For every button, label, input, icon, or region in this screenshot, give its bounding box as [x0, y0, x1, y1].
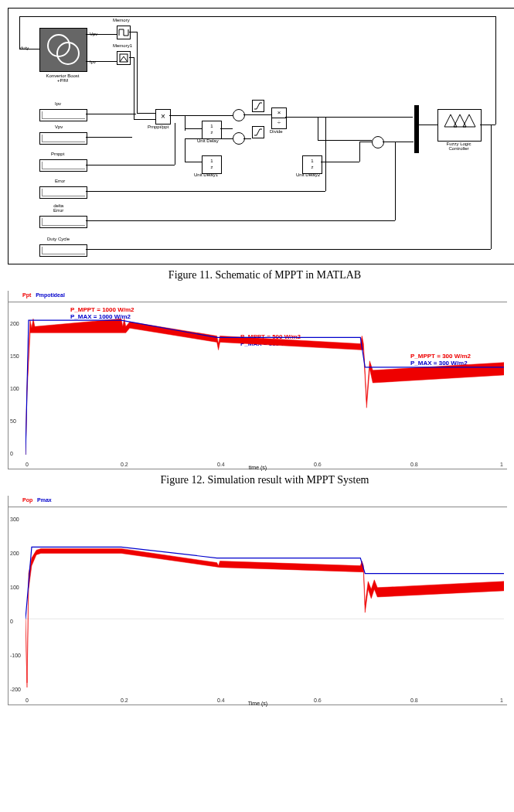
sum1 — [233, 109, 245, 121]
schematic-diagram: duty Vpv Ipv Konvertor Boost +P/M Memory… — [8, 8, 514, 264]
xaxis-title-2: Time (s) — [248, 701, 267, 706]
label-display-ipv: Ipv — [55, 101, 61, 106]
label-unit-delay2: Unit Delay2 — [296, 172, 320, 177]
legend-pmppt: Pmpotideal — [36, 292, 65, 298]
xtick: 0.4 — [217, 698, 225, 703]
ytick: 200 — [10, 321, 19, 326]
legend-pop: Pop — [22, 497, 32, 503]
xtick: 0.6 — [314, 698, 322, 703]
legend-chart1: Ppt Pmpotideal — [22, 292, 65, 298]
block-konvertor — [39, 28, 87, 72]
display-pmppt — [39, 159, 87, 172]
label-divide: Divide — [270, 129, 283, 134]
caption-fig12: Figure 12. Simulation result with MPPT S… — [8, 474, 514, 486]
ytick: 100 — [10, 585, 19, 590]
sat-icon — [253, 101, 264, 111]
caption-fig11: Figure 11. Schematic of MPPT in MATLAB — [8, 269, 514, 281]
label-unit-delay1: Unit Delay1 — [194, 172, 218, 177]
xtick: 0.2 — [121, 698, 128, 703]
chart2-svg — [26, 511, 504, 691]
xtick: 1 — [500, 698, 503, 703]
ytick: -200 — [10, 687, 21, 692]
block-memory — [117, 26, 131, 39]
legend-ppt: Ppt — [22, 292, 31, 298]
display-error — [39, 186, 87, 199]
memory1-icon — [117, 52, 130, 64]
chart-fig13: Pop Pmax -200 -100 0 100 200 300 0 0.2 0… — [8, 496, 507, 705]
label-konvertor: Konvertor Boost +P/M — [39, 73, 86, 83]
xtick: 0.8 — [410, 462, 418, 467]
label-display-delta: delta Error — [53, 203, 63, 213]
block-sat1 — [252, 100, 264, 112]
label-display-pmppt: Pmppt — [51, 152, 64, 156]
sum3 — [372, 136, 384, 148]
xtick: 0.4 — [217, 462, 225, 467]
block-unit-delay: 1 z — [202, 121, 222, 139]
display-ipv — [39, 109, 87, 121]
display-delta — [39, 216, 87, 228]
xtick: 0.8 — [410, 698, 418, 703]
display-vpv — [39, 132, 87, 145]
xtick: 1 — [500, 462, 503, 467]
fuzzy-icon — [438, 110, 481, 130]
label-memory: Memory — [113, 18, 130, 22]
xtick: 0 — [26, 462, 29, 467]
label-product: Pmppt/ppt — [148, 125, 168, 129]
legend-pmax: Pmax — [37, 497, 52, 503]
block-sat2 — [252, 126, 264, 138]
sat-icon-2 — [253, 127, 264, 138]
block-unit-delay2: 1 z — [302, 155, 322, 174]
label-duty: duty — [20, 46, 29, 50]
chart1-svg — [26, 306, 504, 455]
ytick: 50 — [10, 418, 16, 424]
chart-fig12: Ppt Pmpotideal 0 50 100 150 200 0 0.2 0.… — [8, 291, 507, 469]
svg-point-1 — [57, 43, 79, 64]
xtick: 0 — [26, 698, 29, 703]
block-mux — [414, 105, 419, 153]
label-display-vpv: Vpv — [55, 125, 63, 129]
ytick: 0 — [10, 619, 13, 624]
xtick: 0.2 — [121, 462, 128, 467]
ytick: 0 — [10, 451, 13, 456]
xtick: 0.6 — [314, 462, 322, 467]
label-ipv-port: Ipv — [90, 60, 96, 64]
konvertor-icon — [40, 29, 87, 71]
ytick: 200 — [10, 551, 19, 556]
label-display-error: Error — [55, 179, 65, 183]
ytick: -100 — [10, 653, 21, 658]
label-fuzzy: Fuzzy Logic Controller — [437, 142, 480, 151]
label-display-duty: Duty Cycle — [47, 237, 70, 241]
ytick: 300 — [10, 517, 19, 522]
memory-icon — [117, 26, 130, 39]
ytick: 150 — [10, 353, 19, 359]
block-fuzzy — [437, 109, 482, 142]
xaxis-title: time (s) — [249, 465, 267, 470]
ytick: 100 — [10, 386, 19, 391]
block-divide: × ÷ — [271, 107, 287, 129]
display-duty — [39, 244, 87, 257]
block-product: × — [155, 109, 171, 125]
legend-chart2: Pop Pmax — [22, 497, 52, 503]
label-memory1: Memory1 — [113, 43, 132, 48]
block-memory1 — [117, 51, 131, 65]
svg-point-0 — [48, 35, 70, 56]
block-unit-delay1: 1 z — [202, 155, 222, 174]
plot-area-1 — [26, 306, 504, 455]
plot-area-2 — [26, 511, 504, 691]
